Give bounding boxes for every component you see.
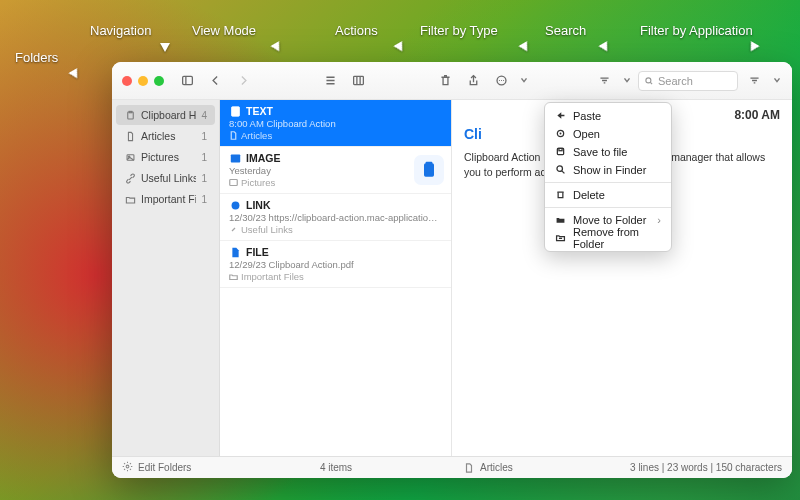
sidebar-item-useful-links[interactable]: Useful Links 1	[116, 168, 215, 188]
window-controls	[122, 76, 164, 86]
svg-rect-34	[559, 148, 562, 150]
svg-line-36	[562, 171, 564, 173]
sidebar-item-count: 1	[201, 194, 207, 205]
menu-separator	[545, 207, 671, 208]
folder-remove-icon	[555, 232, 566, 245]
search-icon	[644, 76, 654, 86]
clipboard-icon	[124, 110, 136, 121]
list-item-folder: Important Files	[241, 271, 304, 282]
list-item-kind: IMAGE	[246, 152, 280, 164]
close-window-button[interactable]	[122, 76, 132, 86]
list-item-kind: LINK	[246, 199, 271, 211]
list-item-folder: Useful Links	[241, 224, 293, 235]
context-menu: Paste Open Save to file Show in Finder D…	[544, 102, 672, 252]
folder-icon	[229, 272, 238, 281]
file-kind-icon	[229, 246, 241, 258]
sidebar-item-count: 4	[201, 110, 207, 121]
nav-back-button[interactable]	[204, 71, 226, 91]
list-item-folder: Pictures	[241, 177, 275, 188]
status-count: 4 items	[220, 462, 452, 473]
list-item[interactable]: TEXT 8:00 AM Clipboard Action Articles	[220, 100, 451, 147]
filter-type-chevron-icon	[622, 75, 632, 87]
toggle-sidebar-button[interactable]	[176, 71, 198, 91]
menu-open[interactable]: Open	[545, 125, 671, 143]
minimize-window-button[interactable]	[138, 76, 148, 86]
paste-icon	[555, 110, 566, 123]
svg-point-11	[503, 80, 504, 81]
clip-list: TEXT 8:00 AM Clipboard Action Articles I…	[220, 100, 452, 456]
toolbar: Search	[112, 62, 792, 100]
svg-rect-33	[557, 148, 563, 154]
image-icon	[229, 178, 238, 187]
sidebar-item-articles[interactable]: Articles 1	[116, 126, 215, 146]
zoom-window-button[interactable]	[154, 76, 164, 86]
sidebar-item-count: 1	[201, 152, 207, 163]
svg-line-16	[650, 82, 652, 84]
sidebar-item-important-files[interactable]: Important Files 1	[116, 189, 215, 209]
image-icon	[124, 152, 136, 163]
filter-app-button[interactable]	[744, 71, 766, 91]
image-kind-icon	[229, 152, 241, 164]
column-view-button[interactable]	[347, 71, 369, 91]
nav-forward-button[interactable]	[232, 71, 254, 91]
list-item[interactable]: FILE 12/29/23 Clipboard Action.pdf Impor…	[220, 241, 451, 288]
delete-button[interactable]	[435, 71, 457, 91]
list-item-folder: Articles	[241, 130, 272, 141]
svg-rect-28	[230, 180, 238, 186]
actions-menu-button[interactable]	[491, 71, 513, 91]
sidebar-item-label: Pictures	[141, 151, 196, 163]
sidebar: Clipboard History 4 Articles 1 Pictures …	[112, 100, 220, 456]
edit-folders-button[interactable]: Edit Folders	[138, 462, 191, 473]
status-bar: Edit Folders 4 items Articles 3 lines | …	[112, 456, 792, 478]
list-item-meta: Yesterday	[229, 165, 442, 176]
menu-separator	[545, 182, 671, 183]
open-icon	[555, 128, 566, 141]
menu-remove-from-folder[interactable]: Remove from Folder	[545, 229, 671, 247]
svg-point-10	[501, 80, 502, 81]
list-item-meta: 12/29/23 Clipboard Action.pdf	[229, 259, 442, 270]
svg-point-35	[557, 165, 563, 171]
status-folder: Articles	[480, 462, 513, 473]
sidebar-item-count: 1	[201, 173, 207, 184]
document-icon	[229, 131, 238, 140]
trash-icon	[555, 189, 566, 202]
list-item-meta: 8:00 AM Clipboard Action	[229, 118, 442, 129]
menu-paste[interactable]: Paste	[545, 107, 671, 125]
sidebar-item-pictures[interactable]: Pictures 1	[116, 147, 215, 167]
svg-rect-5	[353, 76, 363, 84]
list-view-button[interactable]	[319, 71, 341, 91]
menu-show-in-finder[interactable]: Show in Finder	[545, 161, 671, 179]
list-item-kind: FILE	[246, 246, 269, 258]
svg-point-30	[126, 465, 129, 468]
app-window: Search Clipboard History 4 Articles 1 Pi…	[112, 62, 792, 478]
sidebar-item-label: Useful Links	[141, 172, 196, 184]
filter-type-button[interactable]	[594, 71, 616, 91]
svg-point-15	[646, 77, 651, 82]
detail-time: 8:00 AM	[734, 108, 780, 122]
menu-delete[interactable]: Delete	[545, 186, 671, 204]
sidebar-item-clipboard-history[interactable]: Clipboard History 4	[116, 105, 215, 125]
save-icon	[555, 146, 566, 159]
text-kind-icon	[229, 105, 241, 117]
sidebar-item-label: Articles	[141, 130, 196, 142]
menu-save-to-file[interactable]: Save to file	[545, 143, 671, 161]
svg-rect-24	[231, 106, 239, 115]
link-icon	[229, 225, 238, 234]
list-item[interactable]: IMAGE Yesterday Pictures	[220, 147, 451, 194]
finder-icon	[555, 164, 566, 177]
list-item[interactable]: LINK 12/30/23 https://clipboard-action.m…	[220, 194, 451, 241]
document-icon	[464, 463, 474, 473]
search-input[interactable]: Search	[638, 71, 738, 91]
share-button[interactable]	[463, 71, 485, 91]
svg-rect-27	[230, 154, 239, 162]
sidebar-item-label: Important Files	[141, 193, 196, 205]
gear-icon[interactable]	[122, 461, 133, 474]
chevron-right-icon: ›	[657, 214, 661, 226]
list-item-meta: 12/30/23 https://clipboard-action.mac-ap…	[229, 212, 442, 223]
actions-menu-chevron-icon	[519, 75, 529, 87]
svg-point-9	[499, 80, 500, 81]
svg-point-32	[560, 132, 562, 134]
sidebar-item-count: 1	[201, 131, 207, 142]
sidebar-item-label: Clipboard History	[141, 109, 196, 121]
folder-icon	[124, 194, 136, 205]
